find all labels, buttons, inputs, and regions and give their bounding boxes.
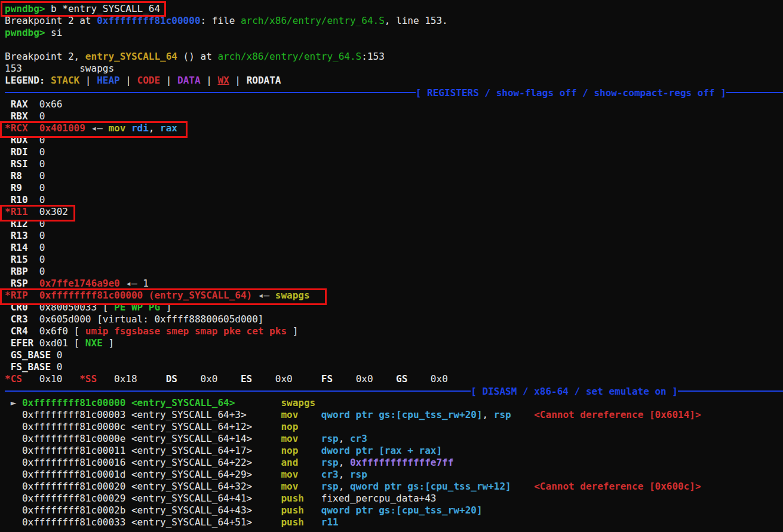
blank-line [5,39,783,51]
separator-rule [5,390,471,392]
breakpoint-set-message: Breakpoint 2 at 0xffffffff81c00000: file… [5,15,783,27]
reg-r15: R15 0 [5,254,783,266]
disasm-row: 0xffffffff81c00020 <entry_SYSCALL_64+32>… [5,481,783,493]
text-segment: push [281,505,304,516]
registers-separator: [ REGISTERS / show-flags off / show-comp… [5,87,783,99]
text-segment: R13 [5,230,39,241]
text-segment: RDI [5,146,39,158]
separator-label: [ REGISTERS / show-flags off / show-comp… [416,87,726,99]
text-segment: | [120,75,137,86]
text-segment: swapgs [275,290,310,301]
text-segment: 0xffffffff81c00020 <entry_SYSCALL_64+32> [5,481,281,492]
text-segment: LEGEND: [5,75,51,86]
text-segment: qword ptr gs:[cpu_tss_rw+12] [350,481,511,492]
text-segment: *CS [5,373,22,385]
text-segment: 0 [39,254,45,265]
reg-rax: RAX 0x66 [5,99,783,110]
text-segment: GS [396,373,407,385]
text-segment: rax [160,122,177,134]
reg-rsi: RSI 0 [5,158,783,170]
text-segment: R12 [5,218,39,229]
segment-registers: *CS 0x10 *SS 0x18 DS 0x0 ES 0x0 FS 0x0 G… [5,373,783,385]
text-segment: :153 [361,51,385,62]
text-segment: RBX [5,110,39,122]
text-segment: 0 [39,242,45,253]
reg-rip: *RIP 0xffffffff81c00000 (entry_SYSCALL_6… [5,290,783,302]
text-segment: RSP [5,278,39,289]
disasm-row: 0xffffffff81c00003 <entry_SYSCALL_64+3> … [5,409,783,421]
text-segment: rdi [131,122,149,134]
text-segment: push [281,516,304,528]
separator-rule [5,92,416,93]
text-segment: 0 [39,170,45,182]
text-segment: qword ptr gs:[cpu_tss_rw+20] [321,505,483,516]
text-segment: RDX [5,134,39,146]
text-segment: 0 [39,134,45,146]
text-segment [298,469,321,480]
text-segment: fixed_percpu_data+43 [304,493,437,504]
reg-cr3: CR3 0x605d000 [virtual: 0xffff88800605d0… [5,313,783,325]
text-segment: 0xffffffff81c0002b <entry_SYSCALL_64+43> [5,505,281,516]
text-segment: 0xffffffff81c0000c <entry_SYSCALL_64+12> [5,421,281,432]
text-segment: , [339,457,350,468]
text-segment: R9 [5,182,39,193]
text-segment: R10 [5,194,39,205]
pwndbg-terminal[interactable]: pwndbg> b *entry_SYSCALL_64Breakpoint 2 … [0,0,783,532]
text-segment: 1 [143,278,149,289]
source-line: 153 swapgs [5,63,783,75]
text-segment: 0 [39,158,45,170]
text-segment: 0xffffffffffffe7ff [350,457,453,468]
text-segment: rsp [321,481,339,492]
arrow-icon: ◂— [85,122,109,134]
text-segment: nop [281,421,298,432]
text-segment: 0xd01 [ [39,337,85,349]
text-segment: DATA [177,75,201,86]
text-segment [298,433,321,444]
text-segment: rsp [350,469,367,480]
text-segment: 0 [39,194,45,205]
text-segment: 0x605d000 [virtual: 0xffff88800605d000] [39,313,264,325]
text-segment: , [339,433,350,444]
text-segment: 0 [39,266,45,277]
text-segment [304,505,321,516]
arrow-icon: ◂— [252,290,275,301]
text-segment: 0 [57,361,63,373]
text-segment: *RIP 0xffffffff81c00000 (entry_SYSCALL_6… [5,290,252,301]
text-segment: EFER [5,337,39,349]
text-segment: nop [281,445,298,456]
text-segment: 0 [39,146,45,158]
text-segment: cr3 [350,433,367,444]
text-segment: rsp [321,433,339,444]
text-segment: () at [177,51,217,62]
disasm-row: 0xffffffff81c00011 <entry_SYSCALL_64+17>… [5,445,783,457]
text-segment: arch/x86/entry/entry_64.S [241,15,385,26]
reg-r8: R8 0 [5,170,783,182]
text-segment [298,481,321,492]
disasm-row: 0xffffffff81c0002b <entry_SYSCALL_64+43>… [5,505,783,516]
disasm-row: 0xffffffff81c00029 <entry_SYSCALL_64+41>… [5,493,783,505]
text-segment: 0xffffffff81c00011 <entry_SYSCALL_64+17> [5,445,281,456]
text-segment: RODATA [247,75,281,86]
text-segment: | [79,75,97,86]
prompt: pwndbg> [5,3,45,14]
reg-cr0: CR0 0x80050033 [ PE WP PG ] [5,302,783,313]
text-segment [235,397,281,408]
text-segment: STACK [51,75,79,86]
text-segment: 0x10 [22,373,79,385]
text-segment: 0xffffffff81c00000 <entry_SYSCALL_64> [22,397,235,408]
text-segment: mov [281,409,298,420]
text-segment: 0x0 [177,373,241,385]
reg-fs-base: FS_BASE 0 [5,361,783,373]
text-segment: PE WP PG [114,302,160,313]
text-segment: 0 [39,182,45,193]
text-segment: ] [103,337,114,349]
text-segment: | [160,75,177,86]
text-segment: RAX [5,99,39,110]
text-segment: 0x66 [39,99,63,110]
text-segment: , line 153. [385,15,448,26]
disasm-row: 0xffffffff81c00033 <entry_SYSCALL_64+51>… [5,516,783,528]
text-segment: : file [201,15,241,26]
text-segment: 0x0 [252,373,321,385]
text-segment: R8 [5,170,39,182]
text-segment: 0x302 [39,206,68,217]
